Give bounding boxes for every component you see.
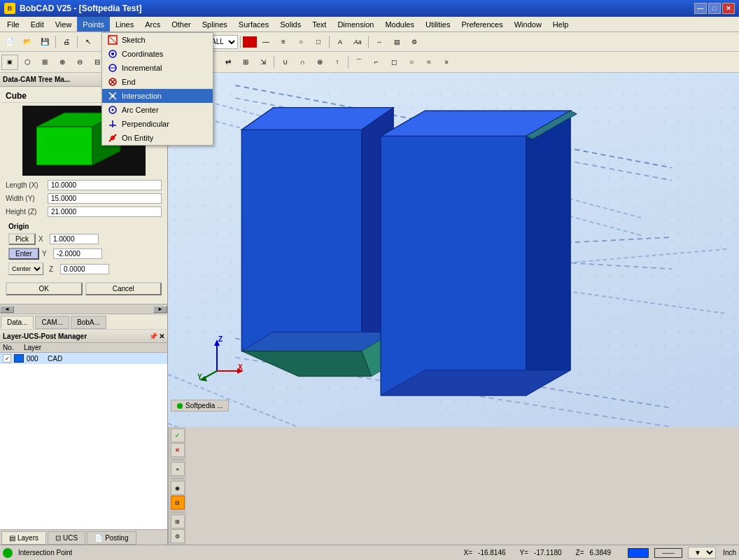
y-input[interactable] xyxy=(53,248,102,259)
fillet-btn[interactable]: ⌒ xyxy=(351,55,367,70)
zoom-out-btn[interactable]: ⊖ xyxy=(71,55,88,70)
cursor-button[interactable]: ↖ xyxy=(80,34,97,50)
layer-toggle-btn[interactable]: ▤ xyxy=(388,34,405,50)
layer-panel-close[interactable]: ✕ xyxy=(159,332,164,340)
front-view-btn[interactable]: ▣ xyxy=(1,55,18,70)
open-button[interactable]: 📂 xyxy=(19,34,36,50)
menu-item-coordinates[interactable]: Coordinates xyxy=(102,47,213,61)
rt-ruler-btn[interactable]: ⊟ xyxy=(171,496,185,510)
softpedia-tab[interactable]: Softpedia ... xyxy=(171,400,229,412)
color-btn[interactable] xyxy=(243,36,257,48)
cancel-button[interactable]: Cancel xyxy=(85,282,162,295)
z-input[interactable] xyxy=(60,264,109,274)
linewidth-btn[interactable]: ≡ xyxy=(275,34,292,50)
unit-dropdown[interactable]: ▼ xyxy=(688,547,716,559)
menu-view[interactable]: View xyxy=(50,17,78,31)
scroll-right-btn[interactable]: ► xyxy=(153,306,167,313)
menu-modules[interactable]: Modules xyxy=(379,17,420,31)
circle-btn[interactable]: ○ xyxy=(293,34,309,50)
more-btn[interactable]: » xyxy=(438,55,455,70)
menu-surfaces[interactable]: Surfaces xyxy=(233,17,274,31)
layer-row-000[interactable]: 000 CAD xyxy=(0,353,167,364)
rt-check-btn[interactable]: ✓ xyxy=(171,428,185,442)
scroll-left-btn[interactable]: ◄ xyxy=(0,306,14,313)
shell-btn[interactable]: ◻ xyxy=(386,55,402,70)
minimize-button[interactable]: — xyxy=(694,3,707,14)
tab-data[interactable]: Data... xyxy=(1,316,34,329)
close-button[interactable]: ✕ xyxy=(722,3,735,14)
menu-item-end[interactable]: End xyxy=(102,75,213,89)
rt-scroll-v[interactable]: ≡ xyxy=(171,462,185,476)
mirror-btn[interactable]: ⇄ xyxy=(220,55,237,70)
menu-window[interactable]: Window xyxy=(509,17,547,31)
view-arrows-btn[interactable]: ⬡ xyxy=(19,55,36,70)
union-btn[interactable]: ∪ xyxy=(276,55,293,70)
rt-cross-btn[interactable]: ✕ xyxy=(171,443,185,457)
tab-cam[interactable]: CAM... xyxy=(35,316,69,329)
menu-edit[interactable]: Edit xyxy=(25,17,50,31)
extrude-btn[interactable]: ↑ xyxy=(329,55,346,70)
pick-button[interactable]: Pick xyxy=(8,233,36,245)
enter-button[interactable]: Enter xyxy=(8,248,39,260)
ok-button[interactable]: OK xyxy=(6,282,83,295)
layer-table-header: No. Layer xyxy=(0,343,167,353)
x-input[interactable] xyxy=(50,234,99,244)
chamfer-btn[interactable]: ⌐ xyxy=(368,55,385,70)
tab-posting[interactable]: 📄 Posting xyxy=(87,531,136,545)
width-input[interactable] xyxy=(48,193,162,204)
scroll-track[interactable] xyxy=(14,306,153,313)
text-style-btn[interactable]: A xyxy=(332,34,349,50)
layer-panel-pin[interactable]: 📌 xyxy=(149,332,157,340)
menu-item-arc-center[interactable]: Arc Center xyxy=(102,103,213,117)
menu-other[interactable]: Other xyxy=(166,17,197,31)
menu-dimension[interactable]: Dimension xyxy=(332,17,379,31)
rt-settings-btn[interactable]: ⚙ xyxy=(171,529,185,543)
menu-solids[interactable]: Solids xyxy=(274,17,307,31)
menu-preferences[interactable]: Preferences xyxy=(456,17,508,31)
menu-item-intersection[interactable]: Intersection xyxy=(102,89,213,103)
scale-btn[interactable]: ⇲ xyxy=(255,55,272,70)
zoom-fit-btn[interactable]: ⊞ xyxy=(36,55,53,70)
menu-utilities[interactable]: Utilities xyxy=(420,17,456,31)
save-button[interactable]: 💾 xyxy=(36,34,53,50)
points-dropdown-menu: Sketch Coordinates Incremental End Inter… xyxy=(101,32,213,146)
layer-visible-check[interactable] xyxy=(3,354,11,363)
tab-ucs[interactable]: ⊡ UCS xyxy=(48,531,85,545)
menu-lines[interactable]: Lines xyxy=(110,17,139,31)
svg-point-13 xyxy=(112,109,114,111)
length-input[interactable] xyxy=(48,180,162,190)
surface-btn[interactable]: ≈ xyxy=(421,55,437,70)
menu-arcs[interactable]: Arcs xyxy=(139,17,166,31)
menu-points[interactable]: Points xyxy=(77,17,110,31)
subtract-btn[interactable]: ∩ xyxy=(294,55,311,70)
menu-item-perpendicular[interactable]: Perpendicular xyxy=(102,117,213,131)
zoom-in-btn[interactable]: ⊕ xyxy=(54,55,71,70)
menu-splines[interactable]: Splines xyxy=(197,17,233,31)
menu-file[interactable]: File xyxy=(1,17,25,31)
settings-btn[interactable]: ⚙ xyxy=(406,34,423,50)
font-btn[interactable]: Aa xyxy=(349,34,366,50)
height-input[interactable] xyxy=(48,206,162,217)
linetype-btn[interactable]: — xyxy=(258,34,274,50)
rt-grid-btn[interactable]: ⊞ xyxy=(171,514,185,528)
tab-bob[interactable]: BobA... xyxy=(71,316,106,329)
array-btn[interactable]: ⊞ xyxy=(237,55,254,70)
menu-item-sketch[interactable]: Sketch xyxy=(102,33,213,47)
menu-text[interactable]: Text xyxy=(307,17,332,31)
center-dropdown[interactable]: Center xyxy=(8,262,43,275)
tab-layers[interactable]: ▤ Layers xyxy=(1,531,46,545)
rectangle-btn[interactable]: □ xyxy=(310,34,327,50)
menu-item-on-entity[interactable]: On Entity xyxy=(102,131,213,145)
hole-btn[interactable]: ○ xyxy=(403,55,420,70)
rt-eye-btn[interactable]: ◉ xyxy=(171,481,185,495)
menu-item-incremental[interactable]: Incremental xyxy=(102,61,213,75)
dim-btn[interactable]: ↔ xyxy=(371,34,388,50)
tree-hscroll[interactable]: ◄ ► xyxy=(0,304,167,314)
menu-help[interactable]: Help xyxy=(547,17,575,31)
maximize-button[interactable]: □ xyxy=(708,3,721,14)
3d-viewport[interactable]: Z X Y Softpedia ... xyxy=(168,73,739,427)
print-button[interactable]: 🖨 xyxy=(58,34,75,50)
col-layer: Layer xyxy=(24,344,164,351)
intersect-btn[interactable]: ⊕ xyxy=(311,55,328,70)
new-button[interactable]: 📄 xyxy=(1,34,18,50)
